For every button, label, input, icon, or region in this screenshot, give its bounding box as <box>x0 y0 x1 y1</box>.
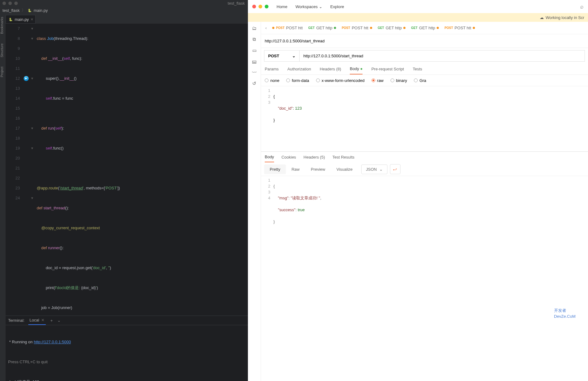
traffic-lights[interactable] <box>2 2 18 5</box>
crumb-project[interactable]: test_flask <box>2 8 20 13</box>
request-body-editor[interactable]: 123 { "doc_id": 123 } <box>261 86 588 151</box>
body-none[interactable]: none <box>265 78 279 83</box>
tab-5[interactable]: POSTPOST htt <box>442 26 477 30</box>
tab-tests[interactable]: Tests <box>413 64 422 74</box>
tab-1[interactable]: GETGET http <box>306 26 339 30</box>
monitor-icon[interactable]: 〰 <box>252 70 257 75</box>
resp-gutter: 1234 <box>261 177 273 236</box>
editor-tab-label: main.py <box>15 17 29 22</box>
mock-icon[interactable]: 🖴 <box>252 59 257 64</box>
terminal-output[interactable]: * Running on http://127.0.0.1:5000 Press… <box>6 325 248 381</box>
format-select[interactable]: JSON⌄ <box>361 164 387 174</box>
tab-body[interactable]: Body ● <box>350 64 363 74</box>
editor-tabbar: 🐍 main.py ✕ <box>0 14 248 24</box>
terminal-panel: Terminal: Local✕ ＋ ⌄ * Running on http:/… <box>6 316 248 381</box>
request-tabbar: ‹ POSTPOST htt GETGET http POSTPOST htt … <box>261 22 588 34</box>
scratch-banner: ☁︎ Working locally in Scr <box>248 13 588 22</box>
response-view-bar: Pretty Raw Preview Visualize JSON⌄ ⮐ <box>261 163 588 176</box>
tab-params[interactable]: Params <box>265 64 279 74</box>
postman-window: Home Workspaces ⌄ Explore ⌕ ☁︎ Working l… <box>248 0 588 381</box>
api-icon[interactable]: ⧉ <box>253 36 256 42</box>
add-terminal-icon[interactable]: ＋ <box>50 318 54 323</box>
chevron-down-icon: ⌄ <box>292 54 296 58</box>
sidebar[interactable]: 🗂 ⧉ ▭ 🖴 〰 ↺ <box>248 22 261 381</box>
postman-titlebar: Home Workspaces ⌄ Explore ⌕ <box>248 0 588 13</box>
resp-tests[interactable]: Test Results <box>332 152 354 162</box>
resp-cookies[interactable]: Cookies <box>282 152 296 162</box>
ide-window: test_flask test_flask 〉 🐍 main.py Projec… <box>0 0 248 381</box>
body-formdata[interactable]: form-data <box>286 78 309 83</box>
resp-body[interactable]: Body <box>265 152 274 162</box>
crumb-file[interactable]: main.py <box>34 8 48 13</box>
chevron-down-icon[interactable]: ⌄ <box>57 318 61 323</box>
tool-bookmarks[interactable]: Bookmarks <box>0 17 6 34</box>
nav-workspaces[interactable]: Workspaces ⌄ <box>296 4 322 9</box>
traffic-lights[interactable] <box>252 5 268 8</box>
terminal-title: Terminal: <box>8 318 25 323</box>
editor-tab-main[interactable]: 🐍 main.py ✕ <box>6 15 36 24</box>
tab-3[interactable]: GETGET http <box>375 26 408 30</box>
body-type-row: none form-data x-www-form-urlencoded raw… <box>261 75 588 86</box>
view-visualize[interactable]: Visualize <box>331 164 358 174</box>
url-input[interactable]: http://127.0.0.1:5000/start_thread <box>300 50 585 62</box>
method-select[interactable]: POST⌄ <box>264 50 300 62</box>
wrap-lines-icon[interactable]: ⮐ <box>390 164 401 174</box>
view-preview[interactable]: Preview <box>305 164 331 174</box>
tab-4[interactable]: GETGET http <box>409 26 441 30</box>
python-file-icon: 🐍 <box>8 17 13 21</box>
collections-icon[interactable]: 🗂 <box>252 26 257 31</box>
body-binary[interactable]: binary <box>391 78 407 83</box>
nav-explore[interactable]: Explore <box>330 4 344 9</box>
chevron-down-icon: ⌄ <box>379 167 383 172</box>
python-file-icon: 🐍 <box>27 8 32 12</box>
line-gutter: 789 101112 131415 161718 192021 222324 <box>6 24 23 316</box>
tab-headers[interactable]: Headers (8) <box>320 64 341 74</box>
terminal-tab-local[interactable]: Local✕ <box>28 316 46 325</box>
tab-prerequest[interactable]: Pre-request Script <box>371 64 404 74</box>
tab-0[interactable]: POSTPOST htt <box>270 26 305 30</box>
request-title: http://127.0.0.1:5000/start_thread <box>261 34 588 48</box>
request-bar: POST⌄ http://127.0.0.1:5000/start_thread <box>261 48 588 64</box>
terminal-tabbar: Terminal: Local✕ ＋ ⌄ <box>6 316 248 325</box>
code-editor[interactable]: 789 101112 131415 161718 192021 222324 ▾… <box>6 24 248 316</box>
chevron-down-icon: ⌄ <box>319 4 322 9</box>
window-title: test_flask <box>228 1 245 6</box>
ide-titlebar: test_flask <box>0 0 248 6</box>
history-icon[interactable]: ↺ <box>252 81 256 86</box>
response-tabs: Body Cookies Headers (5) Test Results <box>261 151 588 163</box>
close-tab-icon[interactable]: ✕ <box>31 17 33 21</box>
tool-structure[interactable]: Structure <box>0 43 6 57</box>
chevron-left-icon[interactable]: ‹ <box>263 26 269 30</box>
breadcrumb[interactable]: test_flask 〉 🐍 main.py <box>0 6 248 14</box>
view-pretty[interactable]: Pretty <box>264 164 286 174</box>
marker-column <box>23 24 29 316</box>
tab-auth[interactable]: Authorization <box>287 64 311 74</box>
run-gutter-icon[interactable] <box>24 76 29 81</box>
request-subtabs: Params Authorization Headers (8) Body ● … <box>261 64 588 75</box>
close-icon[interactable]: ✕ <box>41 318 45 322</box>
code-area[interactable]: class Job(threading.Thread): def __init_… <box>35 24 248 316</box>
body-xwww[interactable]: x-www-form-urlencoded <box>316 78 365 83</box>
body-graphql[interactable]: Gra <box>414 78 426 83</box>
body-raw[interactable]: raw <box>372 78 384 83</box>
banner-text: Working locally in Scr <box>546 15 584 20</box>
env-icon[interactable]: ▭ <box>252 48 257 53</box>
response-body[interactable]: 1234 { "msg": "读取文章成功! ", "success": tru… <box>261 176 588 238</box>
cloud-off-icon: ☁︎ <box>540 15 544 20</box>
crumb-sep: 〉 <box>21 7 26 13</box>
fold-column[interactable]: ▾▾▾▾▾▾ <box>29 24 35 316</box>
resp-headers[interactable]: Headers (5) <box>304 152 325 162</box>
tool-window-strip[interactable]: Project Structure Bookmarks <box>0 15 6 214</box>
tool-project[interactable]: Project <box>0 67 6 77</box>
nav-home[interactable]: Home <box>277 4 287 9</box>
tab-2[interactable]: POSTPOST htt <box>339 26 374 30</box>
search-icon[interactable]: ⌕ <box>580 3 584 10</box>
req-gutter: 123 <box>261 88 273 150</box>
view-raw[interactable]: Raw <box>286 164 305 174</box>
